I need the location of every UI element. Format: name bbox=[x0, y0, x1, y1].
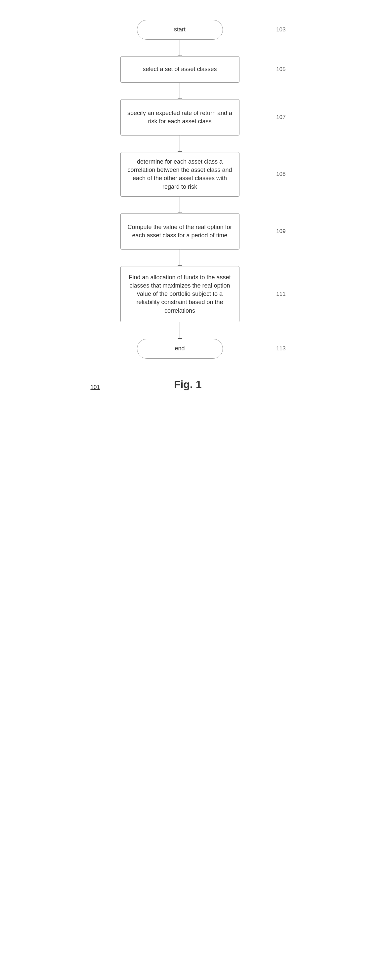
step5-node-row: Find an allocation of funds to the asset… bbox=[94, 266, 266, 322]
step1-node-row: select a set of asset classes 105 bbox=[94, 56, 266, 83]
step4-ref: 109 bbox=[276, 228, 286, 235]
arrow-5 bbox=[180, 250, 180, 266]
step2-node: specify an expected rate of return and a… bbox=[120, 99, 239, 135]
end-ref: 113 bbox=[276, 345, 286, 352]
flowchart-diagram: start 103 select a set of asset classes … bbox=[77, 20, 309, 391]
step3-ref: 108 bbox=[276, 171, 286, 178]
end-node: end bbox=[137, 339, 223, 359]
start-node: start bbox=[137, 20, 223, 40]
step2-node-row: specify an expected rate of return and a… bbox=[94, 99, 266, 135]
step5-ref: 111 bbox=[276, 291, 286, 298]
arrow-6 bbox=[180, 322, 180, 339]
step4-node: Compute the value of the real option for… bbox=[120, 213, 239, 250]
step3-node-row: determine for each asset class a correla… bbox=[94, 152, 266, 197]
arrow-2 bbox=[180, 83, 180, 99]
start-node-row: start 103 bbox=[94, 20, 266, 40]
step1-ref: 105 bbox=[276, 66, 286, 73]
figure-number: 101 bbox=[91, 384, 100, 391]
step3-node: determine for each asset class a correla… bbox=[120, 152, 239, 197]
step2-ref: 107 bbox=[276, 114, 286, 121]
arrow-3 bbox=[180, 135, 180, 152]
diagram-wrapper: start 103 select a set of asset classes … bbox=[94, 20, 292, 359]
arrow-1 bbox=[180, 40, 180, 56]
start-ref: 103 bbox=[276, 27, 286, 33]
end-node-row: end 113 bbox=[94, 339, 266, 359]
figure-caption: Fig. 1 bbox=[174, 379, 202, 391]
step1-node: select a set of asset classes bbox=[120, 56, 239, 83]
arrow-4 bbox=[180, 197, 180, 213]
step5-node: Find an allocation of funds to the asset… bbox=[120, 266, 239, 322]
step4-node-row: Compute the value of the real option for… bbox=[94, 213, 266, 250]
